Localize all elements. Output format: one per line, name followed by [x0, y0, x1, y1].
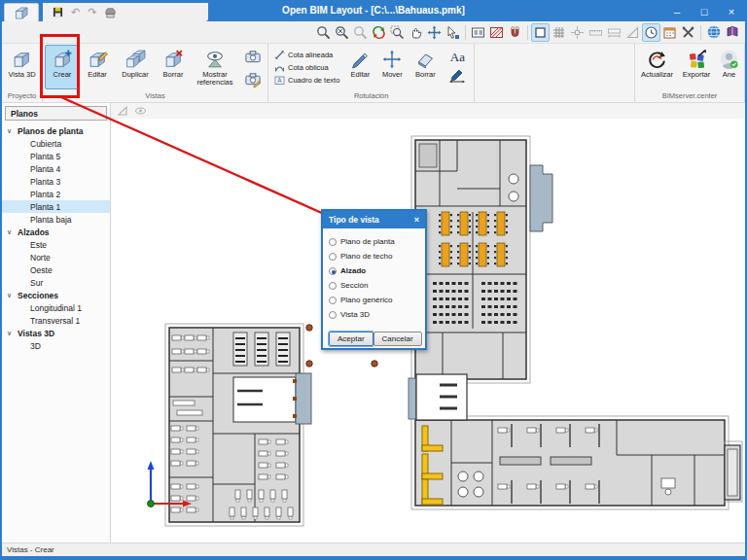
object-snap-icon [568, 23, 587, 42]
view-toolbar [2, 21, 745, 44]
camera-edit-icon[interactable] [242, 68, 264, 88]
clock-icon[interactable] [642, 23, 660, 42]
view-point-marker [306, 325, 312, 331]
vista-3d-button[interactable]: Vista 3D [4, 45, 40, 89]
tree-item-transversal-1[interactable]: Transversal 1 [2, 314, 110, 327]
tree-item-sur[interactable]: Sur [2, 276, 110, 289]
tree-item-3d[interactable]: 3D [2, 339, 110, 352]
pointer-select-icon[interactable] [444, 23, 462, 42]
aceptar-button[interactable]: Aceptar [329, 332, 374, 346]
save-icon[interactable] [53, 7, 63, 18]
radio-icon [329, 297, 337, 304]
rectangle-icon[interactable] [531, 23, 550, 42]
calendar-icon[interactable] [660, 23, 679, 42]
dimension-ruler2-icon [605, 23, 623, 42]
tree-section-alzados[interactable]: ∨Alzados [2, 226, 110, 238]
view-point-marker [372, 361, 377, 367]
app-menu-button[interactable] [4, 3, 39, 22]
user-avatar-icon [719, 48, 739, 71]
radio-vista-3d[interactable]: Vista 3D [329, 307, 419, 322]
ribbon-group-bimserver: Actualizar Exportar Ane BIMserver.center [635, 44, 745, 102]
pan-hand-icon[interactable] [407, 23, 425, 42]
cota-alineada-item[interactable]: Cota alineada [274, 50, 339, 60]
grid-icon[interactable] [550, 23, 568, 42]
tipo-de-vista-dialog: Tipo de vista × Plano de planta Plano de… [321, 209, 427, 350]
orbit-icon[interactable] [370, 23, 388, 42]
dialog-title-bar[interactable]: Tipo de vista × [323, 211, 425, 228]
pen-dimension-icon[interactable] [446, 66, 468, 87]
export-icon [687, 48, 707, 71]
tree-item-planta-2[interactable]: Planta 2 [2, 188, 110, 200]
status-text: Vistas - Crear [7, 545, 54, 554]
crear-button[interactable]: Crear [45, 45, 80, 89]
globe-icon[interactable] [704, 23, 723, 42]
radio-plano-de-techo[interactable]: Plano de techo [329, 249, 419, 263]
user-account-button[interactable]: Ane [716, 45, 742, 89]
printer-icon[interactable] [104, 7, 117, 18]
chevron-down-icon: ∨ [7, 228, 18, 236]
maximize-button[interactable]: □ [691, 2, 718, 21]
cube-duplicate-icon [125, 48, 146, 71]
tree-item-oeste[interactable]: Oeste [2, 263, 110, 276]
cota-oblicua-item[interactable]: Cota oblicua [274, 62, 339, 73]
magnet-snap-icon[interactable] [506, 23, 524, 42]
tree-item-cubierta[interactable]: Cubierta [2, 137, 110, 150]
radio-icon [329, 311, 337, 319]
tree-section-secciones[interactable]: ∨Secciones [2, 289, 110, 301]
dimension-oblique-icon [274, 62, 285, 73]
slide-icon[interactable] [469, 23, 487, 42]
radio-alzado[interactable]: Alzado [329, 263, 419, 278]
zoom-region-icon[interactable] [388, 23, 407, 42]
hatch-icon[interactable] [487, 23, 506, 42]
tree-item-planta-3[interactable]: Planta 3 [2, 175, 110, 188]
tree-section-planos-de-planta[interactable]: ∨Planos de planta [2, 124, 110, 137]
window-title: Open BIM Layout - [C:\...\Bahuaus.pmk] [282, 5, 465, 16]
zoom-window-icon[interactable] [314, 23, 333, 42]
status-bar: Vistas - Crear [2, 542, 745, 556]
mostrar-referencias-button[interactable]: Mostrar referencias [191, 45, 239, 89]
cube-edit-icon [88, 48, 108, 71]
dialog-close-icon[interactable]: × [414, 215, 419, 225]
zoom-extents-icon[interactable] [333, 23, 351, 42]
exportar-button[interactable]: Exportar [678, 45, 715, 89]
tree-item-planta-4[interactable]: Planta 4 [2, 162, 110, 175]
plans-tree: ∨Planos de planta Cubierta Planta 5 Plan… [2, 124, 110, 352]
sidebar-header[interactable]: Planos [5, 106, 107, 121]
camera-icon[interactable] [242, 46, 264, 66]
text-style-icon[interactable]: Aa [447, 49, 468, 65]
radio-plano-generico[interactable]: Plano genérico [329, 293, 419, 307]
pencil-icon [350, 48, 370, 71]
cuadro-de-texto-item[interactable]: A Cuadro de texto [274, 75, 339, 86]
tree-item-planta-baja[interactable]: Planta baja [2, 213, 110, 226]
zoom-previous-icon [351, 23, 370, 42]
chevron-down-icon: ∨ [7, 127, 18, 135]
move-view-icon[interactable] [425, 23, 444, 42]
editar-vista-button[interactable]: Editar [81, 45, 114, 89]
radio-seccion[interactable]: Sección [329, 278, 419, 293]
dimension-ruler-icon [587, 23, 605, 42]
mover-button[interactable]: Mover [376, 45, 408, 89]
actualizar-button[interactable]: Actualizar [637, 45, 677, 89]
move-cross-icon [382, 48, 402, 71]
group-label-bimserver: BIMserver.center [635, 90, 744, 102]
tree-item-norte[interactable]: Norte [2, 251, 110, 263]
cube-delete-icon [163, 48, 184, 71]
tree-item-longitudinal-1[interactable]: Longitudinal 1 [2, 301, 110, 314]
radio-plano-de-planta[interactable]: Plano de planta [329, 234, 419, 249]
cancelar-button[interactable]: Cancelar [374, 332, 422, 346]
app-window: Open BIM Layout - [C:\...\Bahuaus.pmk] –… [0, 0, 747, 560]
tree-section-vistas-3d[interactable]: ∨Vistas 3D [2, 327, 110, 339]
minimize-button[interactable]: – [663, 2, 691, 21]
group-label-proyecto: Proyecto [2, 90, 42, 102]
duplicar-button[interactable]: Duplicar [115, 45, 156, 89]
editar-rotulo-button[interactable]: Editar [344, 45, 375, 89]
tools-icon[interactable] [679, 23, 697, 42]
tree-item-planta-1[interactable]: Planta 1 [2, 200, 110, 213]
tree-item-planta-5[interactable]: Planta 5 [2, 150, 110, 162]
tree-item-este[interactable]: Este [2, 238, 110, 251]
help-book-icon[interactable] [723, 23, 741, 42]
borrar-vista-button[interactable]: Borrar [157, 45, 190, 89]
borrar-rotulo-button[interactable]: Borrar [409, 45, 442, 89]
close-button[interactable]: × [718, 2, 745, 21]
drawing-canvas[interactable] [111, 103, 745, 542]
